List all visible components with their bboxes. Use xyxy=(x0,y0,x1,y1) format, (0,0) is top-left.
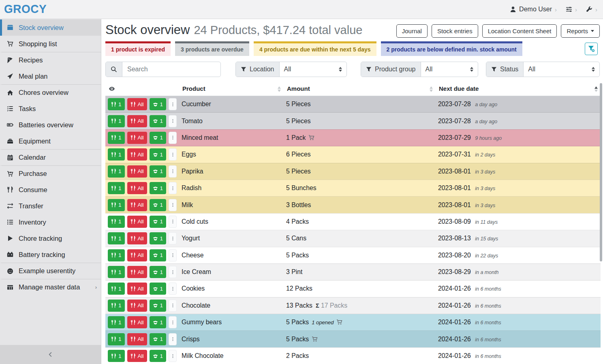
row-menu-button[interactable] xyxy=(169,232,177,244)
consume-all-button[interactable]: All xyxy=(127,350,147,362)
sidebar-item-transfer[interactable]: Transfer xyxy=(0,198,101,214)
open-one-button[interactable]: 1 xyxy=(150,148,167,161)
consume-one-button[interactable]: 1 xyxy=(108,115,125,127)
consume-all-button[interactable]: All xyxy=(127,132,147,144)
row-menu-button[interactable] xyxy=(169,98,177,110)
product-name[interactable]: Cold cuts xyxy=(182,218,208,225)
sidebar-item-recipes[interactable]: Recipes xyxy=(0,52,101,68)
row-menu-button[interactable] xyxy=(169,333,177,345)
sidebar-item-batteries-overview[interactable]: Batteries overview xyxy=(0,117,101,133)
column-header-next-due-date[interactable]: Next due date xyxy=(436,82,601,96)
open-one-button[interactable]: 1 xyxy=(150,199,167,211)
sidebar-item-battery-tracking[interactable]: Battery tracking xyxy=(0,246,101,263)
consume-all-button[interactable]: All xyxy=(127,232,147,244)
sidebar-item-manage-master-data[interactable]: Manage master data › xyxy=(0,279,101,295)
consume-one-button[interactable]: 1 xyxy=(108,283,125,295)
consume-one-button[interactable]: 1 xyxy=(108,300,125,312)
open-one-button[interactable]: 1 xyxy=(150,350,167,362)
location-select[interactable]: All xyxy=(280,62,347,77)
open-one-button[interactable]: 1 xyxy=(150,316,167,328)
journal-button[interactable]: Journal xyxy=(396,24,428,38)
consume-one-button[interactable]: 1 xyxy=(108,350,125,362)
consume-all-button[interactable]: All xyxy=(127,115,147,127)
consume-one-button[interactable]: 1 xyxy=(108,232,125,244)
product-name[interactable]: Eggs xyxy=(182,151,196,158)
consume-one-button[interactable]: 1 xyxy=(108,132,125,144)
status-banner-3[interactable]: 2 products are below defined min. stock … xyxy=(381,41,522,56)
open-one-button[interactable]: 1 xyxy=(150,249,167,261)
row-menu-button[interactable] xyxy=(169,216,177,228)
product-name[interactable]: Minced meat xyxy=(182,134,218,141)
consume-all-button[interactable]: All xyxy=(127,266,147,278)
sidebar-item-inventory[interactable]: Inventory xyxy=(0,214,101,230)
row-menu-button[interactable] xyxy=(169,316,177,328)
product-name[interactable]: Milk xyxy=(182,201,193,208)
open-one-button[interactable]: 1 xyxy=(150,300,167,312)
row-menu-button[interactable] xyxy=(169,350,177,362)
row-menu-button[interactable] xyxy=(169,115,177,127)
open-one-button[interactable]: 1 xyxy=(150,115,167,127)
vertical-scrollbar[interactable] xyxy=(600,83,602,261)
consume-one-button[interactable]: 1 xyxy=(108,182,125,194)
consume-one-button[interactable]: 1 xyxy=(108,98,125,110)
open-one-button[interactable]: 1 xyxy=(150,182,167,194)
sidebar-item-chore-tracking[interactable]: Chore tracking xyxy=(0,230,101,246)
product-group-select[interactable]: All xyxy=(421,62,478,77)
row-menu-button[interactable] xyxy=(169,182,177,194)
settings-menu[interactable]: › xyxy=(566,6,577,13)
product-name[interactable]: Cucumber xyxy=(182,101,211,107)
consume-all-button[interactable]: All xyxy=(127,216,147,228)
product-name[interactable]: Tomato xyxy=(182,118,203,124)
consume-all-button[interactable]: All xyxy=(127,249,147,261)
sidebar-item-tasks[interactable]: Tasks xyxy=(0,101,101,117)
clear-filters-button[interactable] xyxy=(585,43,598,55)
open-one-button[interactable]: 1 xyxy=(150,266,167,278)
row-menu-button[interactable] xyxy=(169,249,177,261)
row-menu-button[interactable] xyxy=(169,300,177,312)
admin-menu[interactable]: › xyxy=(586,6,597,13)
consume-one-button[interactable]: 1 xyxy=(108,165,125,178)
row-menu-button[interactable] xyxy=(169,266,177,278)
location-content-sheet-button[interactable]: Location Content Sheet xyxy=(482,24,557,38)
reports-dropdown-button[interactable]: Reports xyxy=(561,24,600,38)
consume-all-button[interactable]: All xyxy=(127,199,147,211)
user-menu[interactable]: Demo User › xyxy=(510,6,557,13)
status-select[interactable]: All xyxy=(524,62,599,77)
product-name[interactable]: Cheese xyxy=(182,252,203,259)
consume-all-button[interactable]: All xyxy=(127,148,147,161)
status-banner-0[interactable]: 1 product is expired xyxy=(105,41,171,56)
consume-one-button[interactable]: 1 xyxy=(108,216,125,228)
consume-all-button[interactable]: All xyxy=(127,333,147,345)
sidebar-collapse-button[interactable] xyxy=(0,345,101,364)
consume-all-button[interactable]: All xyxy=(127,165,147,178)
product-name[interactable]: Yogurt xyxy=(182,235,200,242)
consume-all-button[interactable]: All xyxy=(127,283,147,295)
row-menu-button[interactable] xyxy=(169,148,177,161)
consume-one-button[interactable]: 1 xyxy=(108,249,125,261)
row-menu-button[interactable] xyxy=(169,132,177,144)
product-name[interactable]: Cookies xyxy=(182,285,205,292)
consume-one-button[interactable]: 1 xyxy=(108,199,125,211)
product-name[interactable]: Gummy bears xyxy=(182,319,222,325)
consume-all-button[interactable]: All xyxy=(127,300,147,312)
column-header-product[interactable]: Product xyxy=(179,82,284,96)
sidebar-item-stock-overview[interactable]: Stock overview xyxy=(0,19,101,36)
status-banner-2[interactable]: 4 products are due within the next 5 day… xyxy=(254,41,376,56)
search-input[interactable] xyxy=(122,62,220,77)
product-name[interactable]: Ice Cream xyxy=(182,268,211,275)
consume-one-button[interactable]: 1 xyxy=(108,316,125,328)
consume-one-button[interactable]: 1 xyxy=(108,148,125,161)
open-one-button[interactable]: 1 xyxy=(150,232,167,244)
sidebar-item-calendar[interactable]: Calendar xyxy=(0,149,101,165)
stock-entries-button[interactable]: Stock entries xyxy=(432,24,478,38)
consume-all-button[interactable]: All xyxy=(127,182,147,194)
product-name[interactable]: Crisps xyxy=(182,336,200,343)
sidebar-item-shopping-list[interactable]: Shopping list xyxy=(0,36,101,52)
sidebar-item-example-userentity[interactable]: Example userentity xyxy=(0,263,101,279)
column-header-amount[interactable]: Amount xyxy=(284,82,436,96)
open-one-button[interactable]: 1 xyxy=(150,283,167,295)
open-one-button[interactable]: 1 xyxy=(150,132,167,144)
open-one-button[interactable]: 1 xyxy=(150,216,167,228)
product-name[interactable]: Paprika xyxy=(182,168,203,175)
row-menu-button[interactable] xyxy=(169,199,177,211)
